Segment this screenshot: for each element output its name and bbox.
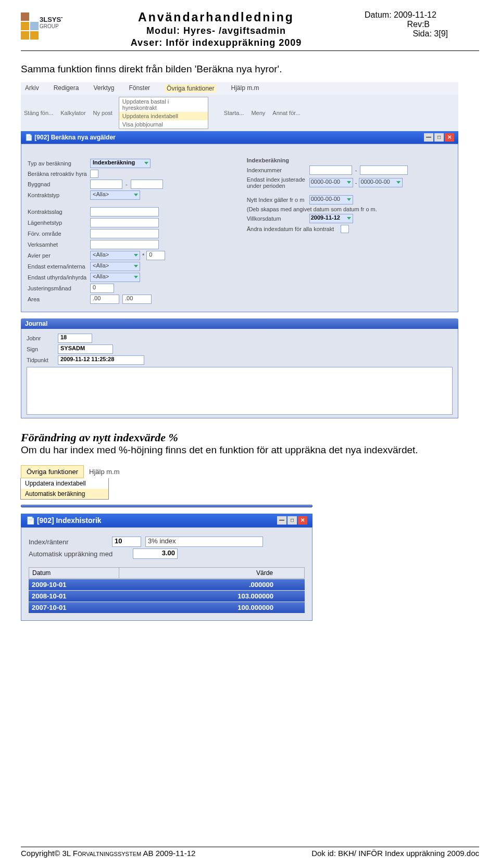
field-label: Villkorsdatum — [247, 215, 309, 222]
journal-textarea[interactable] — [27, 367, 453, 415]
dropdown-item-selected[interactable]: Uppdatera indextabell — [119, 112, 208, 120]
menu-item[interactable]: Verktyg — [93, 84, 114, 93]
select[interactable]: <Alla> — [90, 273, 140, 282]
header-center: Användarhandledning Modul: Hyres- /avgif… — [68, 10, 365, 48]
menu-item[interactable]: Hjälp m.m — [231, 84, 259, 93]
dropdown-item[interactable]: Uppdatera indextabell — [21, 478, 108, 489]
section-title: Förändring av nytt indexvärde % — [21, 431, 479, 444]
spinner[interactable]: 0 — [90, 284, 114, 293]
field-label: Endast index justerade under perioden — [247, 176, 309, 189]
input[interactable] — [131, 180, 163, 189]
screenshot-2: Övriga funktioner Hjälp m.m Uppdatera in… — [21, 465, 312, 621]
col-head: Datum — [29, 568, 119, 578]
minimize-button[interactable]: — — [277, 516, 286, 525]
window-titlebar: 📄 [902] Beräkna nya avgälder — □ ✕ — [21, 131, 458, 144]
close-button[interactable]: ✕ — [298, 516, 307, 525]
dropdown-item[interactable]: Visa jobbjournal — [119, 120, 208, 129]
header-avser: Avser: Inför indexuppräkning 2009 — [68, 37, 365, 48]
value: 2009-11-12 11:25:28 — [58, 355, 144, 365]
menu-item[interactable]: Hjälp m.m — [84, 465, 125, 478]
svg-rect-4 — [21, 12, 29, 21]
input[interactable] — [360, 165, 408, 175]
field-label: Jobnr — [27, 335, 58, 341]
menu-item[interactable]: Redigera — [54, 84, 79, 93]
toolbar-strip — [21, 505, 312, 507]
field-label: Avier per — [28, 252, 90, 259]
menu-item-active[interactable]: Övriga funktioner — [165, 84, 216, 93]
svg-rect-3 — [30, 22, 39, 30]
checkbox[interactable] — [90, 170, 98, 178]
field-note: (Deb skapas med angivet datum som datum … — [247, 206, 451, 212]
field-label: Lägenhetstyp — [28, 220, 90, 226]
input[interactable]: 0 — [146, 251, 165, 260]
svg-rect-1 — [30, 31, 39, 40]
menu-item[interactable]: Arkiv — [25, 84, 39, 93]
tb-button[interactable]: Stäng fön... — [24, 110, 53, 116]
date-select[interactable]: 0000-00-00 — [359, 178, 403, 187]
table-row[interactable]: 2009-10-01 .000000 — [29, 579, 305, 590]
input[interactable]: 10 — [112, 537, 141, 547]
dropdown-item-selected[interactable]: Automatisk beräkning — [21, 489, 108, 499]
svg-rect-2 — [21, 22, 29, 30]
input[interactable] — [90, 218, 159, 227]
menu-item-active[interactable]: Övriga funktioner — [21, 465, 84, 478]
input[interactable] — [90, 180, 122, 189]
date-select[interactable]: 0000-00-00 — [309, 178, 353, 187]
menu-item[interactable]: Fönster — [129, 84, 150, 93]
date-select[interactable]: 0000-00-00 — [309, 195, 353, 205]
tb-button[interactable]: Annat för... — [272, 110, 300, 116]
input[interactable] — [90, 207, 159, 216]
field-label: Indexnummer — [247, 167, 309, 173]
menu-dropdown: Uppdatera bastal i hyreskontrakt Uppdate… — [120, 97, 208, 129]
select[interactable]: Indexberäkning — [90, 159, 151, 168]
input[interactable] — [309, 165, 352, 175]
date-select[interactable]: 2009-11-12 — [309, 214, 353, 223]
select[interactable]: <Alla> — [90, 262, 140, 271]
journal-panel: Jobnr18 SignSYSADM Tidpunkt2009-11-12 11… — [21, 329, 458, 418]
header-right: Datum: 2009-11-12 Rev:B Sida: 3[9] — [365, 10, 479, 39]
table-row[interactable]: 2007-10-01 100.000000 — [29, 602, 305, 613]
form-panel-2: Index/räntenr 10 3% index Automatisk upp… — [21, 527, 312, 621]
value: 18 — [58, 334, 92, 343]
form-col-right: Indexberäkning Indexnummer- Endast index… — [247, 157, 451, 305]
field-label: Endast uthyrda/inhyrda — [28, 274, 90, 280]
window-titlebar-2: 📄 [902] Indexhistorik — □ ✕ — [21, 514, 312, 527]
input[interactable]: .00 — [90, 295, 119, 304]
menubar-2: Övriga funktioner Hjälp m.m — [21, 465, 312, 478]
window-title: 📄 [902] Beräkna nya avgälder — [25, 134, 116, 141]
input[interactable]: 3% index — [145, 537, 263, 547]
field-label: Nytt Index gäller fr o m — [247, 197, 309, 203]
field-label: Tidpunkt — [27, 357, 58, 363]
tb-button[interactable]: Starta... — [224, 110, 244, 116]
table-row[interactable]: 2008-10-01 103.000000 — [29, 591, 305, 602]
select[interactable]: <Alla> — [90, 251, 140, 260]
field-label: Kontraktstyp — [28, 192, 90, 198]
window-title: 📄 [902] Indexhistorik — [26, 516, 102, 525]
tb-button[interactable]: Kalkylator — [60, 110, 85, 116]
input[interactable]: .00 — [122, 295, 152, 304]
col-head: Värde — [119, 568, 304, 578]
input[interactable] — [90, 240, 159, 249]
close-button[interactable]: ✕ — [445, 133, 454, 142]
section-heading: Indexberäkning — [247, 157, 451, 163]
input[interactable] — [90, 229, 159, 238]
minimize-button[interactable]: — — [424, 133, 433, 142]
field-label: Typ av beräkning — [28, 160, 90, 167]
tb-button[interactable]: Meny — [251, 110, 265, 116]
field-label: Verksamhet — [28, 241, 90, 248]
tb-button[interactable]: Ny post — [93, 110, 113, 116]
dropdown-item[interactable]: Uppdatera bastal i hyreskontrakt — [119, 97, 208, 112]
maximize-button[interactable]: □ — [288, 516, 297, 525]
page-header: 3LSYSTEM GROUP Användarhandledning Modul… — [21, 10, 479, 51]
field-label: Endast externa/interna — [28, 263, 90, 270]
field-label: Ändra indexdatum för alla kontrakt — [247, 226, 341, 232]
field-label: Justeringsmånad — [28, 285, 90, 291]
field-label: Index/räntenr — [29, 538, 112, 546]
maximize-button[interactable]: □ — [434, 133, 444, 142]
header-title: Användarhandledning — [68, 10, 365, 24]
svg-rect-0 — [21, 31, 29, 40]
field-label: Automatisk uppräkning med — [29, 550, 133, 558]
checkbox[interactable] — [341, 225, 349, 233]
input[interactable]: 3.00 — [133, 548, 178, 559]
select[interactable]: <Alla> — [90, 190, 140, 200]
